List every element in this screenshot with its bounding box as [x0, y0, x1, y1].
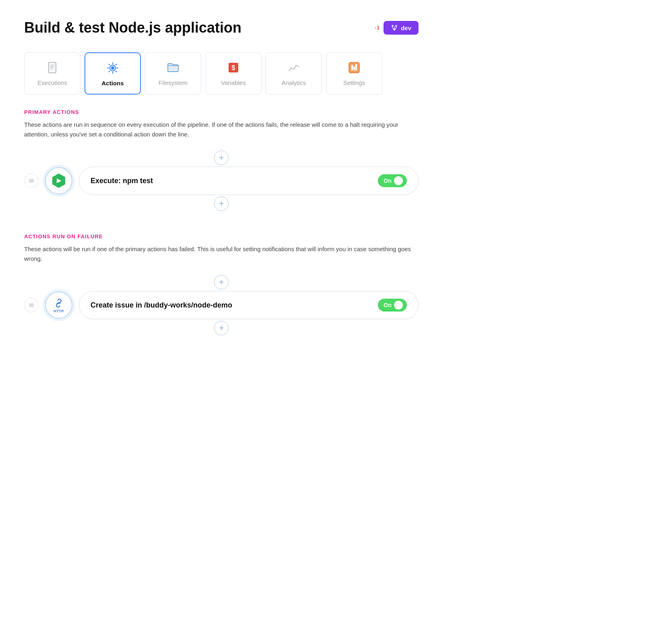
primary-actions-description: These actions are run in sequence on eve…: [24, 120, 419, 139]
tab-executions[interactable]: Executions: [24, 52, 80, 95]
tab-analytics[interactable]: Analytics: [266, 52, 322, 95]
variables-icon: $: [226, 60, 241, 75]
header-actions: -1 dev: [375, 21, 419, 35]
tab-variables[interactable]: $ Variables: [205, 52, 262, 95]
tab-analytics-label: Analytics: [282, 79, 306, 86]
page-title: Build & test Node.js application: [24, 19, 241, 36]
add-after-failure-button[interactable]: +: [214, 321, 229, 335]
pipeline-row-issue: HTTP Create issue in /buddy-works/node-d…: [24, 291, 419, 319]
npm-test-toggle-knob: [394, 176, 403, 185]
gear-icon: [105, 60, 120, 76]
create-issue-toggle-knob: [394, 301, 403, 310]
tab-filesystem[interactable]: Filesystem: [145, 52, 201, 95]
folder-icon: [165, 60, 181, 75]
settings-icon: [346, 60, 362, 75]
add-before-button[interactable]: +: [214, 151, 229, 165]
tab-actions[interactable]: Actions: [85, 52, 141, 95]
create-issue-toggle-label: On: [384, 302, 391, 308]
tab-settings[interactable]: Settings: [326, 52, 382, 95]
branch-icon: [391, 24, 398, 31]
svg-point-1: [396, 25, 397, 27]
failure-actions-description: These actions will be run if one of the …: [24, 244, 419, 264]
page-header: Build & test Node.js application -1 dev: [24, 19, 419, 36]
dev-button-label: dev: [401, 25, 411, 31]
failure-actions-section: ACTIONS RUN ON FAILURE These actions wil…: [24, 233, 419, 335]
pipeline-row-npm: ▶ Execute: npm test On: [24, 167, 419, 195]
tab-settings-label: Settings: [343, 79, 365, 86]
tab-executions-label: Executions: [37, 79, 67, 86]
primary-actions-section: PRIMARY ACTIONS These actions are run in…: [24, 109, 419, 211]
drag-icon-issue: [28, 302, 35, 308]
add-after-button[interactable]: +: [214, 196, 229, 211]
svg-point-0: [392, 25, 394, 27]
primary-actions-label: PRIMARY ACTIONS: [24, 109, 419, 115]
http-label: HTTP: [54, 309, 64, 313]
svg-text:$: $: [232, 64, 235, 71]
svg-rect-12: [351, 65, 353, 70]
npm-test-toggle-label: On: [384, 178, 391, 184]
npm-hex-icon: ▶: [50, 172, 68, 190]
npm-test-node[interactable]: ▶: [45, 167, 72, 194]
drag-icon: [28, 178, 35, 184]
tab-bar: Executions Actions Filesystem $: [24, 52, 419, 95]
create-issue-toggle[interactable]: On: [378, 299, 407, 312]
analytics-icon: [286, 60, 301, 75]
failure-actions-label: ACTIONS RUN ON FAILURE: [24, 233, 419, 239]
http-chain-icon: HTTP: [53, 297, 64, 313]
notification-badge: -1: [375, 25, 380, 31]
add-before-failure-button[interactable]: +: [214, 275, 229, 289]
failure-actions-pipeline: + HTTP: [24, 275, 419, 335]
drag-handle[interactable]: [24, 173, 39, 188]
npm-test-action-card[interactable]: Execute: npm test On: [79, 167, 419, 195]
dev-button[interactable]: dev: [384, 21, 419, 35]
npm-test-label: Execute: npm test: [91, 177, 153, 185]
create-issue-action-card[interactable]: Create issue in /buddy-works/node-demo O…: [79, 291, 419, 319]
tab-actions-label: Actions: [101, 80, 124, 87]
svg-text:▶: ▶: [57, 177, 62, 184]
primary-actions-pipeline: + ▶ Execute:: [24, 151, 419, 211]
svg-point-7: [111, 66, 114, 70]
create-issue-label: Create issue in /buddy-works/node-demo: [91, 301, 232, 310]
create-issue-node[interactable]: HTTP: [45, 291, 72, 319]
tab-variables-label: Variables: [221, 79, 245, 86]
npm-test-toggle[interactable]: On: [378, 174, 407, 187]
svg-rect-14: [355, 64, 357, 70]
file-icon: [45, 60, 60, 75]
drag-handle-issue[interactable]: [24, 298, 39, 312]
svg-rect-3: [49, 62, 56, 73]
tab-filesystem-label: Filesystem: [159, 79, 188, 86]
svg-rect-13: [353, 66, 355, 70]
